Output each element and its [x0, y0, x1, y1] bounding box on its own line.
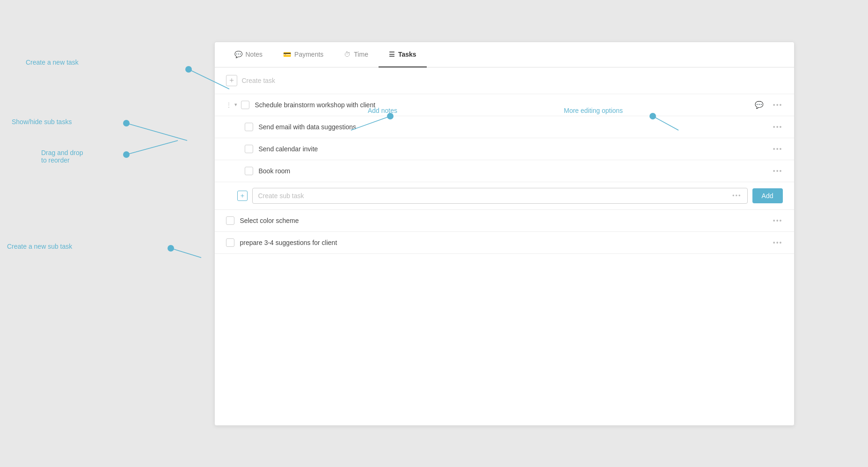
annotation-drag-drop: Drag and drop to reorder [41, 149, 83, 164]
annotation-create-task: Create a new task [26, 59, 79, 66]
plus-icon: ＋ [239, 192, 246, 200]
svg-point-8 [123, 151, 130, 158]
task-row: ⋮ ▾ Schedule brainstorm workshop with cl… [215, 94, 794, 116]
task-checkbox[interactable] [241, 101, 249, 109]
subtask-checkbox[interactable] [245, 167, 253, 175]
svg-point-7 [123, 120, 130, 126]
annotation-label: Create a new task [26, 59, 79, 66]
create-task-button[interactable]: ＋ [226, 75, 237, 86]
tab-payments[interactable]: 💳 Payments [273, 42, 334, 67]
table-row: Send calendar invite ••• [215, 138, 794, 160]
task-label: Book room [259, 167, 764, 175]
task-label: Send calendar invite [259, 145, 764, 153]
create-subtask-button[interactable]: ＋ [237, 191, 248, 201]
task-more-button[interactable]: ••• [764, 239, 783, 246]
plus-icon: ＋ [228, 75, 235, 85]
tab-payments-label: Payments [294, 51, 323, 58]
create-task-row: ＋ Create task [215, 67, 794, 94]
tab-tasks-label: Tasks [398, 51, 416, 58]
annotation-label: Show/hide sub tasks [12, 118, 72, 126]
task-row: prepare 3-4 suggestions for client ••• [215, 232, 794, 254]
subtask-more-button[interactable]: ••• [764, 167, 783, 175]
create-subtask-row: ＋ ••• Add [215, 182, 794, 210]
tab-time[interactable]: ⏱ Time [334, 42, 379, 67]
table-row: Book room ••• [215, 160, 794, 182]
tab-notes-label: Notes [246, 51, 263, 58]
annotation-label: Drag and drop to reorder [41, 149, 83, 164]
task-label: Schedule brainstorm workshop with client [255, 101, 750, 109]
tab-notes[interactable]: 💬 Notes [224, 42, 273, 67]
annotation-label: Create a new sub task [7, 243, 72, 250]
task-label: prepare 3-4 suggestions for client [240, 239, 764, 246]
tasks-icon: ☰ [389, 51, 395, 58]
tabs-bar: 💬 Notes 💳 Payments ⏱ Time ☰ Tasks [215, 42, 794, 67]
svg-line-1 [126, 123, 187, 141]
subtask-more-button[interactable]: ••• [764, 123, 783, 131]
subtask-input[interactable] [258, 192, 728, 200]
chevron-down-icon[interactable]: ▾ [233, 101, 238, 109]
task-checkbox[interactable] [226, 216, 234, 225]
subtask-input-wrapper: ••• [252, 188, 748, 204]
add-subtask-button[interactable]: Add [752, 188, 783, 203]
svg-point-6 [185, 66, 192, 73]
task-more-button[interactable]: ••• [764, 217, 783, 224]
task-label: Send email with data suggestions [259, 123, 764, 131]
task-notes-icon[interactable]: 💬 [755, 101, 764, 109]
notes-icon: 💬 [234, 51, 242, 58]
subtask-checkbox[interactable] [245, 145, 253, 153]
task-row: Select color scheme ••• [215, 210, 794, 232]
task-checkbox[interactable] [226, 238, 234, 247]
annotation-show-hide: Show/hide sub tasks [12, 118, 72, 126]
tab-tasks[interactable]: ☰ Tasks [379, 42, 427, 67]
tasks-content: ＋ Create task ⋮ ▾ Schedule brainstorm wo… [215, 67, 794, 254]
task-label: Select color scheme [240, 217, 764, 224]
main-card: 💬 Notes 💳 Payments ⏱ Time ☰ Tasks ＋ Crea… [214, 42, 795, 426]
drag-controls: ⋮ ▾ [226, 101, 238, 109]
svg-line-2 [126, 141, 178, 155]
subtask-more-button[interactable]: ••• [764, 145, 783, 153]
svg-line-5 [171, 248, 201, 258]
table-row: Send email with data suggestions ••• [215, 116, 794, 138]
svg-point-11 [168, 245, 174, 252]
create-task-placeholder[interactable]: Create task [242, 77, 276, 84]
time-icon: ⏱ [344, 51, 350, 58]
annotation-create-subtask: Create a new sub task [7, 243, 72, 250]
task-more-button[interactable]: ••• [764, 101, 783, 109]
tab-time-label: Time [354, 51, 368, 58]
payments-icon: 💳 [283, 51, 291, 58]
subtask-checkbox[interactable] [245, 123, 253, 131]
subtask-input-more-button[interactable]: ••• [732, 192, 742, 199]
drag-handle-icon[interactable]: ⋮ [226, 102, 232, 108]
